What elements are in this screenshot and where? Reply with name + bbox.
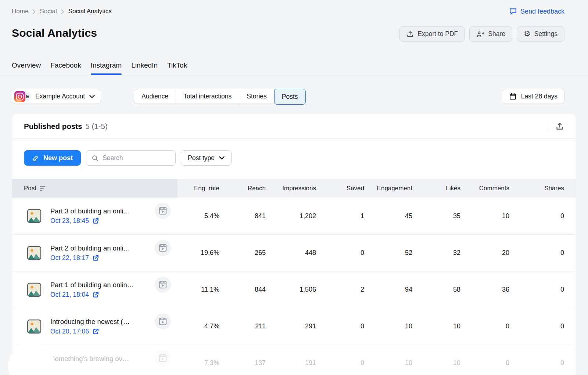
- cell-eng-rate: 19.6%: [178, 235, 219, 271]
- sort-icon: [40, 186, 45, 191]
- post-thumbnail-icon: [27, 246, 42, 260]
- cell-comments: 20: [460, 235, 509, 271]
- breadcrumb-home[interactable]: Home: [12, 8, 28, 15]
- post-thumbnail-icon: [27, 282, 42, 297]
- segment-stories[interactable]: Stories: [239, 89, 274, 104]
- column-impressions[interactable]: Impressions: [266, 179, 316, 198]
- column-post[interactable]: Post: [12, 179, 178, 198]
- post-title: Part 2 of building an onli…: [50, 244, 130, 252]
- column-comments[interactable]: Comments: [460, 179, 509, 198]
- cell-likes: 32: [412, 235, 460, 271]
- reel-icon: [155, 350, 171, 366]
- column-engagement[interactable]: Engagement: [364, 179, 412, 198]
- table-row[interactable]: Something's brewing ov… 7.3% 137 191 0 1…: [12, 345, 576, 375]
- account-name: Example Account: [35, 93, 85, 100]
- post-cell: Part 3 of building an onli… Oct 23, 18:4…: [12, 198, 178, 234]
- table-row[interactable]: Part 1 of building an onlin… Oct 21, 18:…: [12, 271, 576, 308]
- column-reach[interactable]: Reach: [219, 179, 266, 198]
- cell-shares: 0: [509, 345, 564, 375]
- post-title: Something's brewing ov…: [50, 355, 129, 363]
- cell-likes: 10: [412, 308, 460, 345]
- external-link-icon: [92, 328, 99, 335]
- post-cell: Part 2 of building an onli… Oct 22, 18:1…: [12, 235, 178, 271]
- search-input[interactable]: [103, 154, 170, 162]
- cell-likes: 58: [412, 271, 460, 308]
- settings-button[interactable]: ⚙ Settings: [517, 26, 564, 42]
- table-row[interactable]: Part 2 of building an onli… Oct 22, 18:1…: [12, 234, 576, 271]
- cell-eng-rate: 11.1%: [178, 271, 219, 308]
- card-header: Published posts 5 (1-5): [12, 114, 576, 138]
- post-type-dropdown[interactable]: Post type: [181, 150, 232, 166]
- feedback-label: Send feedback: [520, 8, 564, 15]
- share-button[interactable]: Share: [469, 26, 512, 42]
- cell-reach: 844: [219, 271, 266, 308]
- post-date-link[interactable]: Oct 21, 18:04: [50, 291, 134, 299]
- chevron-down-icon: [219, 156, 225, 160]
- post-title: Part 3 of building an onli…: [50, 207, 130, 215]
- chevron-right-icon: [32, 9, 36, 14]
- tab-linkedin[interactable]: LinkedIn: [131, 61, 158, 75]
- post-date-link[interactable]: Oct 22, 18:17: [50, 254, 130, 262]
- cell-comments: 0: [460, 308, 509, 345]
- tab-instagram[interactable]: Instagram: [91, 61, 122, 75]
- segment-total-interactions[interactable]: Total interactions: [176, 89, 239, 104]
- reel-icon: [155, 277, 171, 293]
- header-actions: Export to PDF Share ⚙ Settings: [399, 26, 564, 42]
- breadcrumb-social[interactable]: Social: [40, 8, 57, 15]
- post-date-link[interactable]: Oct 20, 17:06: [50, 328, 130, 335]
- cell-impressions: 448: [266, 235, 316, 271]
- tabs-divider: [0, 75, 588, 75]
- date-range-selector[interactable]: Last 28 days: [502, 89, 564, 104]
- tab-overview[interactable]: Overview: [12, 61, 41, 75]
- cell-engagement: 45: [364, 198, 412, 234]
- tab-tiktok[interactable]: TikTok: [167, 61, 187, 75]
- cell-impressions: 291: [266, 308, 316, 345]
- published-posts-card: Published posts 5 (1-5) New post Post ty…: [12, 114, 576, 375]
- cell-saved: 0: [316, 235, 364, 271]
- post-thumbnail-icon: [27, 319, 42, 334]
- cell-saved: 0: [316, 308, 364, 345]
- column-shares[interactable]: Shares: [509, 179, 564, 198]
- cell-shares: 0: [509, 271, 564, 308]
- export-to-pdf-button[interactable]: Export to PDF: [399, 26, 465, 42]
- chevron-down-icon: [89, 95, 95, 98]
- cell-engagement: 10: [364, 345, 412, 375]
- table-row[interactable]: Introducing the newest (… Oct 20, 17:06 …: [12, 308, 576, 345]
- cell-comments: 36: [460, 271, 509, 308]
- column-saved[interactable]: Saved: [316, 179, 364, 198]
- segment-posts[interactable]: Posts: [274, 89, 306, 105]
- cell-impressions: 1,202: [266, 198, 316, 234]
- post-cell: Part 1 of building an onlin… Oct 21, 18:…: [12, 271, 178, 308]
- new-post-button[interactable]: New post: [24, 150, 81, 166]
- cell-engagement: 52: [364, 235, 412, 271]
- reel-icon: [155, 240, 171, 256]
- search-box: [86, 150, 176, 166]
- column-eng-rate[interactable]: Eng. rate: [178, 179, 219, 198]
- cell-reach: 137: [219, 345, 266, 375]
- tab-facebook[interactable]: Facebook: [50, 61, 81, 75]
- column-likes[interactable]: Likes: [412, 179, 460, 198]
- page-title: Social Analytics: [12, 27, 97, 39]
- cell-reach: 265: [219, 235, 266, 271]
- controls-row: E Example Account Audience Total interac…: [0, 89, 588, 104]
- external-link-icon: [92, 217, 99, 224]
- card-title: Published posts: [24, 122, 82, 131]
- segment-audience[interactable]: Audience: [134, 89, 176, 104]
- send-feedback-link[interactable]: Send feedback: [509, 7, 564, 15]
- table-body: Part 3 of building an onli… Oct 23, 18:4…: [12, 198, 576, 375]
- cell-impressions: 191: [266, 345, 316, 375]
- post-thumbnail-icon: [27, 209, 42, 223]
- cell-shares: 0: [509, 308, 564, 345]
- table-row[interactable]: Part 3 of building an onli… Oct 23, 18:4…: [12, 198, 576, 234]
- cell-eng-rate: 7.3%: [178, 345, 219, 375]
- cell-comments: 10: [460, 198, 509, 234]
- export-table-icon[interactable]: [555, 122, 564, 131]
- gear-icon: ⚙: [524, 30, 531, 38]
- posts-toolbar: New post Post type: [12, 138, 576, 179]
- breadcrumb-current: Social Analytics: [68, 8, 112, 15]
- cell-reach: 841: [219, 198, 266, 234]
- account-selector[interactable]: E Example Account: [12, 89, 101, 104]
- cell-shares: 0: [509, 235, 564, 271]
- post-date-link[interactable]: Oct 23, 18:45: [50, 217, 130, 225]
- network-tabs: Overview Facebook Instagram LinkedIn Tik…: [12, 61, 187, 75]
